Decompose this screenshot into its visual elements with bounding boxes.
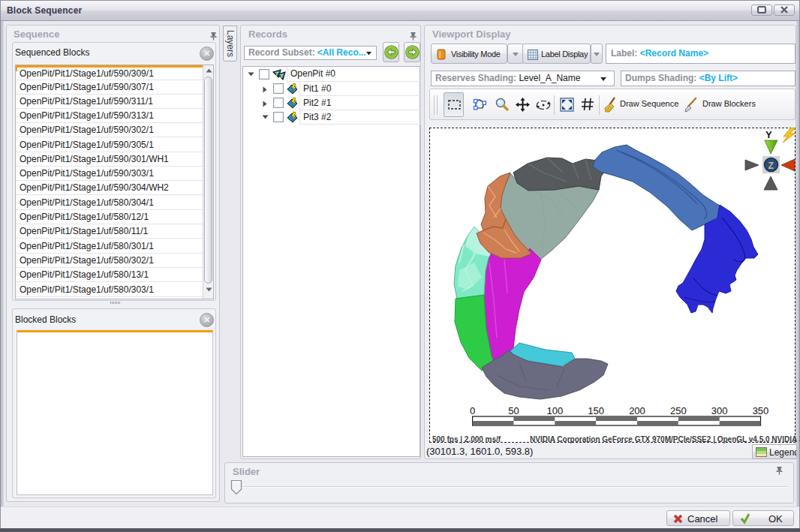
svg-text:150: 150 bbox=[588, 405, 604, 416]
svg-text:Y: Y bbox=[765, 129, 772, 140]
svg-text:350: 350 bbox=[753, 405, 769, 416]
svg-text:50: 50 bbox=[508, 405, 519, 416]
svg-text:300: 300 bbox=[711, 405, 728, 416]
svg-text:7: 7 bbox=[280, 73, 284, 80]
svg-text:100: 100 bbox=[546, 405, 563, 416]
svg-text:250: 250 bbox=[670, 405, 687, 416]
svg-text:200: 200 bbox=[629, 405, 645, 416]
svg-text:Z: Z bbox=[768, 161, 774, 171]
svg-text:7: 7 bbox=[275, 71, 279, 77]
svg-text:0: 0 bbox=[470, 405, 475, 416]
